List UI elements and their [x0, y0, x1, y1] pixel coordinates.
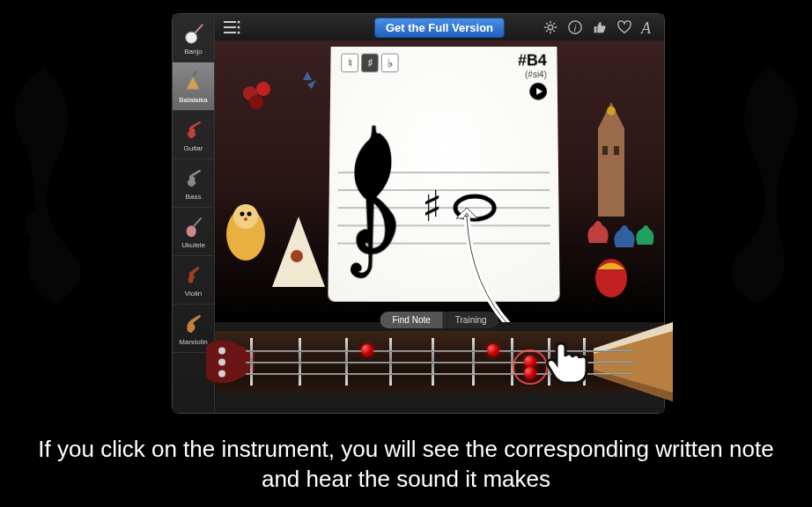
- banjo-icon: [181, 21, 206, 46]
- main-area: Get the Full Version i A: [215, 14, 664, 413]
- sidebar-item-guitar[interactable]: Guitar: [173, 111, 214, 159]
- svg-point-12: [238, 26, 240, 29]
- heart-icon[interactable]: [616, 19, 632, 35]
- sidebar-item-bass[interactable]: Bass: [173, 159, 214, 208]
- a-style-icon[interactable]: A: [641, 19, 657, 35]
- svg-point-40: [218, 371, 225, 378]
- svg-point-23: [247, 212, 252, 217]
- svg-rect-28: [602, 146, 608, 155]
- svg-point-21: [233, 204, 258, 229]
- sidebar-label: Mandolin: [179, 338, 207, 346]
- menu-icon[interactable]: [222, 18, 241, 36]
- svg-point-14: [548, 25, 552, 29]
- svg-point-38: [218, 348, 225, 355]
- sidebar-label: Violin: [185, 290, 202, 298]
- svg-rect-26: [598, 129, 624, 217]
- hand-pointer-icon: [541, 335, 594, 388]
- sidebar-label: Bass: [186, 193, 202, 201]
- svg-point-19: [249, 95, 263, 109]
- balalaika-icon: [181, 70, 206, 94]
- fretboard[interactable]: [215, 331, 664, 393]
- mandolin-icon: [181, 312, 206, 336]
- violin-icon: [181, 263, 206, 288]
- thumbs-up-icon[interactable]: [592, 19, 608, 35]
- natural-button[interactable]: ♮: [341, 54, 358, 73]
- svg-point-39: [218, 359, 225, 366]
- bg-ornament-right: [689, 53, 812, 317]
- svg-point-25: [291, 250, 303, 262]
- full-version-button[interactable]: Get the Full Version: [374, 18, 505, 38]
- sidebar-item-banjo[interactable]: Banjo: [173, 14, 214, 62]
- svg-point-18: [256, 82, 270, 96]
- sidebar-label: Banjo: [184, 48, 202, 55]
- svg-text:♯: ♯: [422, 183, 442, 231]
- training-tab[interactable]: Training: [443, 312, 499, 328]
- staff-paper: ♮ ♯ ♭ #B4 (#si4): [328, 47, 559, 302]
- note-name: #B4: [518, 52, 547, 70]
- bass-icon: [181, 166, 206, 191]
- svg-point-11: [238, 21, 240, 24]
- svg-point-27: [607, 107, 616, 115]
- svg-rect-29: [614, 146, 619, 155]
- svg-line-5: [193, 70, 196, 76]
- fret-marker[interactable]: [361, 344, 373, 356]
- svg-point-2: [746, 103, 778, 135]
- find-note-tab[interactable]: Find Note: [380, 312, 442, 328]
- sidebar-item-balalaika[interactable]: Balalaika: [173, 62, 214, 111]
- note-alt-name: (#si4): [518, 70, 547, 79]
- bg-ornament-left: [0, 53, 123, 317]
- music-staff: ♯: [328, 85, 560, 288]
- flat-button[interactable]: ♭: [381, 54, 399, 73]
- sidebar-item-violin[interactable]: Violin: [173, 256, 214, 305]
- tutorial-caption: If you click on the instrument, you will…: [18, 435, 794, 495]
- fret-marker[interactable]: [487, 344, 499, 356]
- sidebar-item-ukulele[interactable]: Ukulele: [173, 208, 214, 256]
- svg-point-22: [240, 212, 245, 217]
- content-area: ♮ ♯ ♭ #B4 (#si4): [215, 40, 664, 322]
- ukulele-icon: [181, 215, 206, 239]
- svg-point-6: [186, 225, 196, 237]
- guitar-icon: [181, 118, 206, 143]
- svg-line-7: [194, 217, 201, 225]
- settings-icon[interactable]: [543, 19, 558, 35]
- topbar: Get the Full Version i A: [215, 14, 664, 40]
- sidebar-label: Ukulele: [181, 241, 205, 249]
- svg-line-4: [194, 24, 202, 33]
- svg-point-13: [238, 32, 240, 34]
- info-icon[interactable]: i: [567, 19, 583, 35]
- svg-text:i: i: [574, 23, 577, 33]
- svg-point-24: [244, 217, 247, 221]
- sidebar-label: Balalaika: [179, 96, 207, 104]
- sharp-button[interactable]: ♯: [361, 54, 379, 73]
- app-window: Banjo Balalaika Guitar Bass Ukulele: [172, 13, 665, 414]
- svg-point-1: [25, 211, 51, 238]
- sidebar-label: Guitar: [184, 144, 203, 152]
- svg-point-0: [35, 103, 67, 135]
- mode-tabs: Find Note Training: [380, 312, 498, 328]
